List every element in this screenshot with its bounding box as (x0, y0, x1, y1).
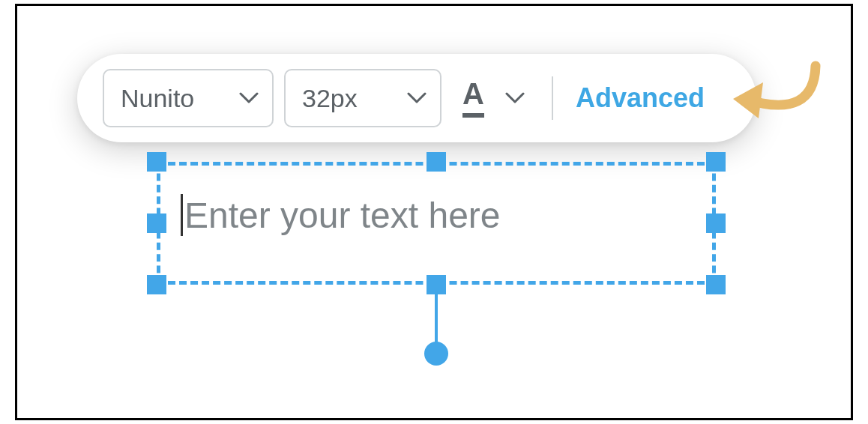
resize-handle-top-center[interactable] (427, 152, 446, 172)
resize-handle-middle-left[interactable] (147, 213, 166, 233)
font-color-select[interactable]: A (452, 69, 531, 127)
text-placeholder: Enter your text here (184, 195, 501, 236)
chevron-down-icon (505, 92, 525, 104)
screenshot-frame: Nunito 32px A Advanced (15, 4, 853, 420)
resize-handle-top-right[interactable] (706, 152, 726, 172)
font-size-select[interactable]: 32px (284, 69, 441, 127)
chevron-down-icon (407, 92, 427, 104)
font-family-select[interactable]: Nunito (103, 69, 274, 127)
resize-handle-bottom-right[interactable] (706, 275, 726, 294)
font-family-value: Nunito (121, 84, 194, 113)
text-format-toolbar: Nunito 32px A Advanced (77, 54, 756, 142)
font-size-value: 32px (302, 84, 358, 113)
font-color-icon: A (462, 79, 484, 118)
selected-text-element[interactable]: Enter your text here (157, 162, 716, 285)
toolbar-divider (552, 76, 553, 120)
advanced-button[interactable]: Advanced (571, 82, 709, 114)
text-caret (181, 194, 183, 236)
chevron-down-icon (239, 92, 259, 104)
rotate-handle[interactable] (424, 342, 448, 366)
resize-handle-bottom-left[interactable] (147, 275, 166, 294)
text-input-area[interactable]: Enter your text here (181, 189, 501, 241)
resize-handle-top-left[interactable] (147, 152, 166, 172)
resize-handle-middle-right[interactable] (706, 213, 726, 233)
